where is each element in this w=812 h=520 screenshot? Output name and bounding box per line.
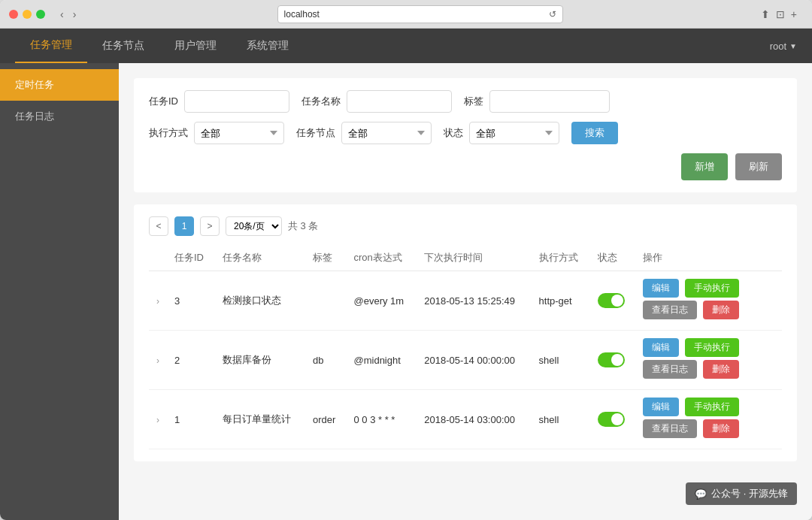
edit-button-row2[interactable]: 编辑: [643, 338, 679, 357]
refresh-button[interactable]: 刷新: [735, 153, 782, 180]
minimize-button[interactable]: [23, 10, 32, 19]
manual-button-row1[interactable]: 手动执行: [685, 279, 739, 298]
log-button-row2[interactable]: 查看日志: [643, 360, 697, 379]
refresh-icon[interactable]: ↺: [549, 9, 556, 20]
nav-item-system-management[interactable]: 系统管理: [232, 29, 304, 63]
status-toggle-row1[interactable]: [598, 293, 625, 308]
url-text: localhost: [284, 9, 320, 20]
traffic-lights: [9, 10, 45, 19]
exec-method-select[interactable]: 全部: [194, 122, 284, 144]
maximize-button[interactable]: [36, 10, 45, 19]
col-cron: cron表达式: [347, 245, 417, 271]
address-bar-container: localhost ↺: [85, 5, 754, 23]
table-row: › 1 每日订单量统计 order 0 0 3 * * * 2018-05-14…: [149, 390, 782, 449]
manual-button-row2[interactable]: 手动执行: [685, 338, 739, 357]
col-expand: [149, 245, 167, 271]
nav-item-task-node[interactable]: 任务节点: [87, 29, 159, 63]
table-section: < 1 > 20条/页 共 3 条 任务ID: [134, 204, 797, 461]
table-header: 任务ID 任务名称 标签 cron表达式 下次执行时间 执行方式 状态 操作: [149, 245, 782, 271]
action-row2-top: 编辑 手动执行: [643, 338, 774, 357]
task-node-label: 任务节点: [296, 126, 335, 140]
filter-group-exec-method: 执行方式 全部: [149, 122, 284, 144]
delete-button-row3[interactable]: 删除: [703, 419, 739, 438]
browser-window: ‹ › localhost ↺ ⬆ ⊡ + 任务管理 任务节点 用户管理 系统管…: [0, 0, 812, 520]
add-button[interactable]: 新增: [681, 153, 728, 180]
forward-button[interactable]: ›: [70, 7, 80, 22]
sidebar: 定时任务 任务日志: [0, 63, 119, 520]
current-page-button[interactable]: 1: [174, 216, 194, 236]
nav-item-user-management[interactable]: 用户管理: [159, 29, 232, 63]
log-button-row1[interactable]: 查看日志: [643, 301, 697, 319]
status-select[interactable]: 全部: [469, 122, 559, 144]
cell-tag-row2: db: [305, 331, 347, 390]
task-id-input[interactable]: [184, 90, 289, 113]
exec-method-label: 执行方式: [149, 126, 188, 140]
cell-cron-row1: @every 1m: [347, 271, 417, 331]
cell-name-row1: 检测接口状态: [215, 271, 305, 331]
cell-id-row1: 3: [167, 271, 215, 331]
pagination-row: < 1 > 20条/页 共 3 条: [149, 216, 782, 236]
nav-buttons: ‹ ›: [57, 7, 79, 22]
edit-button-row3[interactable]: 编辑: [643, 398, 679, 416]
delete-button-row2[interactable]: 删除: [703, 360, 739, 379]
task-node-select[interactable]: 全部: [341, 122, 432, 144]
nav-item-task-management[interactable]: 任务管理: [15, 29, 87, 63]
cell-id-row2: 2: [167, 331, 215, 390]
expand-icon-row3[interactable]: ›: [156, 415, 159, 425]
col-tag: 标签: [305, 245, 347, 271]
cell-nextrun-row1: 2018-05-13 15:25:49: [417, 271, 531, 331]
add-tab-button[interactable]: +: [791, 8, 797, 20]
cell-cron-row2: @midnight: [347, 331, 417, 390]
filter-group-task-node: 任务节点 全部: [296, 122, 432, 144]
action-row3-top: 编辑 手动执行: [643, 398, 774, 416]
watermark-icon: 💬: [695, 488, 707, 500]
main-content: 定时任务 任务日志 任务ID 任务名称: [0, 63, 812, 520]
cell-name-row3: 每日订单量统计: [215, 390, 305, 449]
filter-row-2: 执行方式 全部 任务节点 全部 状态: [149, 122, 782, 144]
cell-nextrun-row2: 2018-05-14 00:00:00: [417, 331, 531, 390]
search-button[interactable]: 搜索: [571, 122, 618, 144]
manual-button-row3[interactable]: 手动执行: [685, 398, 739, 416]
username-label: root: [770, 41, 786, 52]
sidebar-item-task-log[interactable]: 任务日志: [0, 101, 119, 132]
task-id-label: 任务ID: [149, 95, 178, 108]
cell-tag-row1: [305, 271, 347, 331]
share-button[interactable]: ⬆: [761, 8, 770, 20]
cell-method-row2: shell: [532, 331, 590, 390]
col-action: 操作: [635, 245, 782, 271]
sidebar-item-scheduled-tasks[interactable]: 定时任务: [0, 69, 119, 101]
nav-menu: 任务管理 任务节点 用户管理 系统管理: [15, 29, 770, 63]
cell-action-row2: 编辑 手动执行 查看日志 删除: [635, 331, 782, 390]
action-row2-bottom: 查看日志 删除: [643, 360, 774, 379]
status-toggle-row3[interactable]: [598, 412, 625, 427]
tag-input[interactable]: [489, 90, 610, 113]
expand-icon-row1[interactable]: ›: [156, 296, 159, 307]
table-row: › 2 数据库备份 db @midnight 2018-05-14 00:00:…: [149, 331, 782, 390]
delete-button-row1[interactable]: 删除: [703, 301, 739, 319]
task-name-input[interactable]: [347, 90, 452, 113]
task-name-label: 任务名称: [301, 95, 341, 108]
tag-label: 标签: [464, 95, 483, 108]
table-row: › 3 检测接口状态 @every 1m 2018-05-13 15:25:49…: [149, 271, 782, 331]
app-container: 任务管理 任务节点 用户管理 系统管理 root ▼ 定时任务 任务日志: [0, 29, 812, 520]
cell-method-row1: http-get: [532, 271, 590, 331]
status-label: 状态: [444, 126, 463, 140]
close-button[interactable]: [9, 10, 18, 19]
browser-titlebar: ‹ › localhost ↺ ⬆ ⊡ +: [0, 0, 812, 29]
log-button-row3[interactable]: 查看日志: [643, 419, 697, 438]
back-button[interactable]: ‹: [57, 7, 67, 22]
page-size-select[interactable]: 20条/页: [226, 216, 282, 236]
user-dropdown-arrow[interactable]: ▼: [789, 42, 797, 50]
address-bar[interactable]: localhost ↺: [277, 5, 563, 23]
status-toggle-row2[interactable]: [598, 352, 625, 367]
edit-button-row1[interactable]: 编辑: [643, 279, 679, 298]
tasks-table: 任务ID 任务名称 标签 cron表达式 下次执行时间 执行方式 状态 操作: [149, 245, 782, 449]
new-tab-button[interactable]: ⊡: [776, 8, 785, 20]
expand-icon-row2[interactable]: ›: [156, 355, 159, 366]
filter-row-1: 任务ID 任务名称 标签: [149, 90, 782, 113]
cell-name-row2: 数据库备份: [215, 331, 305, 390]
col-method: 执行方式: [532, 245, 590, 271]
filter-group-task-name: 任务名称: [301, 90, 452, 113]
prev-page-button[interactable]: <: [149, 216, 168, 236]
next-page-button[interactable]: >: [200, 216, 220, 236]
